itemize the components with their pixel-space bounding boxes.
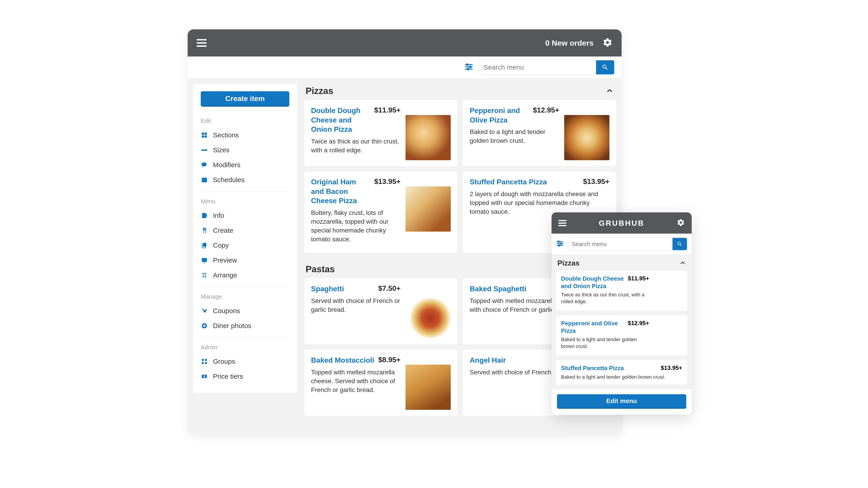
new-orders-label[interactable]: 0 New orders xyxy=(545,39,594,47)
sidebar-item-create[interactable]: Create xyxy=(201,223,289,238)
menu-item-title: Double Dough Cheese and Onion Pizza xyxy=(561,275,625,290)
sidebar-item-label: Schedules xyxy=(213,176,245,184)
sidebar-item-copy[interactable]: Copy xyxy=(201,238,289,253)
gear-icon[interactable] xyxy=(602,37,613,48)
menu-card[interactable]: Double Dough Cheese and Onion Pizza $11.… xyxy=(304,100,458,166)
sidebar-item-diner-photos[interactable]: Diner photos xyxy=(201,318,289,333)
menu-item-desc: 2 layers of dough with mozzarella cheese… xyxy=(470,190,610,216)
svg-rect-12 xyxy=(204,149,205,150)
mobile-footer: Edit menu xyxy=(552,389,692,415)
schedules-icon xyxy=(201,176,208,183)
search-button[interactable] xyxy=(673,238,687,250)
svg-rect-8 xyxy=(202,135,204,138)
menu-item-image xyxy=(653,277,682,306)
svg-rect-29 xyxy=(205,362,207,364)
svg-rect-28 xyxy=(202,362,204,364)
sidebar-item-label: Groups xyxy=(213,358,235,365)
sections-icon xyxy=(201,132,208,138)
section-header-pizzas: Pizzas xyxy=(304,85,616,100)
svg-point-33 xyxy=(558,241,559,242)
menu-item-title: Double Dough Cheese and Onion Pizza xyxy=(311,106,370,134)
svg-rect-27 xyxy=(205,359,207,361)
sidebar-item-schedules[interactable]: Schedules xyxy=(201,172,289,187)
menu-item-desc: Baked to a light and tender golden brown… xyxy=(561,374,682,381)
svg-rect-22 xyxy=(202,258,207,262)
edit-menu-button[interactable]: Edit menu xyxy=(557,394,686,408)
sidebar-item-label: Modifiers xyxy=(213,161,241,169)
sidebar-item-modifiers[interactable]: Modifiers xyxy=(201,158,289,172)
menu-item-desc: Twice as thick as our thin crust, with a… xyxy=(561,291,649,305)
sidebar-item-coupons[interactable]: Coupons xyxy=(201,303,289,318)
menu-item-desc: Buttery, flaky crust, lots of mozzarella… xyxy=(311,208,401,244)
menu-item-desc: Topped with melted mozarella cheese. Ser… xyxy=(311,368,401,394)
side-group-label-manage: Manage xyxy=(201,293,289,300)
sidebar-item-info[interactable]: Info xyxy=(201,208,289,223)
brand-logo: GRUBHUB xyxy=(599,219,645,228)
menu-item-price: $7.50+ xyxy=(378,284,401,293)
svg-rect-18 xyxy=(202,213,206,218)
chevron-up-icon[interactable] xyxy=(680,260,686,267)
svg-point-25 xyxy=(203,325,206,327)
mobile-topbar: GRUBHUB xyxy=(552,213,692,234)
svg-text:$: $ xyxy=(204,375,205,378)
hamburger-icon[interactable] xyxy=(558,220,566,226)
search-input[interactable] xyxy=(568,238,673,250)
menu-item-price: $13.95+ xyxy=(374,177,401,186)
menu-card[interactable]: Spaghetti $7.50+ Served with choice of F… xyxy=(304,278,458,344)
svg-rect-7 xyxy=(205,133,207,135)
sidebar-item-arrange[interactable]: Arrange xyxy=(201,268,289,283)
chevron-up-icon[interactable] xyxy=(606,87,614,95)
menu-card[interactable]: Double Dough Cheese and Onion Pizza $11.… xyxy=(556,270,687,311)
gear-icon[interactable] xyxy=(677,219,685,228)
menu-card[interactable]: Baked Mostaccioli $8.95+ Topped with mel… xyxy=(304,350,458,416)
sidebar-item-sizes[interactable]: Sizes xyxy=(201,142,289,158)
filter-icon[interactable] xyxy=(464,62,473,72)
menu-card[interactable]: Stuffed Pancetta Pizza $13.95+ Baked to … xyxy=(556,360,687,385)
groups-icon xyxy=(201,358,208,365)
copy-icon xyxy=(201,242,208,249)
svg-rect-15 xyxy=(202,178,207,179)
mobile-search-row xyxy=(552,234,692,254)
svg-rect-20 xyxy=(203,243,206,247)
sidebar-item-label: Copy xyxy=(213,241,229,249)
search-button[interactable] xyxy=(596,60,614,74)
menu-item-title: Pepperoni and Olive Pizza xyxy=(561,320,625,334)
sidebar-item-preview[interactable]: Preview xyxy=(201,253,289,268)
create-item-button[interactable]: Create item xyxy=(201,91,289,106)
menu-item-image xyxy=(564,115,610,160)
search-input[interactable] xyxy=(479,60,596,74)
sidebar-item-sections[interactable]: Sections xyxy=(201,128,289,142)
menu-item-title: Original Ham and Bacon Cheese Pizza xyxy=(311,177,370,205)
menu-item-image xyxy=(405,186,451,232)
menu-card[interactable]: Original Ham and Bacon Cheese Pizza $13.… xyxy=(304,171,458,253)
menu-item-price: $11.95+ xyxy=(628,275,649,282)
mobile-app-window: GRUBHUB Pizzas xyxy=(552,213,692,415)
sidebar-item-label: Coupons xyxy=(213,307,240,315)
menu-item-title: Stuffed Pancetta Pizza xyxy=(561,364,624,372)
filter-icon[interactable] xyxy=(556,240,564,248)
sidebar: Create item Edit Sections Sizes Modifier… xyxy=(193,85,297,393)
sidebar-item-price-tiers[interactable]: $ Price tiers xyxy=(201,369,289,384)
menu-item-image xyxy=(405,365,451,410)
menu-card[interactable]: Pepperoni and Olive Pizza $12.95+ Baked … xyxy=(556,315,687,355)
side-group-label-edit: Edit xyxy=(201,118,289,125)
sidebar-item-label: Create xyxy=(213,227,233,234)
search-group xyxy=(479,60,614,74)
menu-item-price: $11.95+ xyxy=(374,106,401,114)
menu-item-desc: Baked to a light and tender golden brown… xyxy=(470,127,559,145)
sidebar-item-groups[interactable]: Groups xyxy=(201,354,289,369)
menu-item-image xyxy=(405,293,451,338)
menu-item-title: Pepperoni and Olive Pizza xyxy=(470,106,529,125)
mobile-section-header: Pizzas xyxy=(552,254,692,270)
svg-rect-11 xyxy=(203,149,204,150)
svg-rect-19 xyxy=(206,214,207,217)
menu-card[interactable]: Pepperoni and Olive Pizza $12.95+ Baked … xyxy=(463,100,616,166)
sizes-icon xyxy=(201,147,208,153)
preview-icon xyxy=(201,257,208,264)
search-toolbar xyxy=(188,57,622,78)
menu-item-title: Angel Hair xyxy=(470,356,506,365)
hamburger-icon[interactable] xyxy=(197,39,207,47)
menu-item-desc: Served with choice of French or garlic b… xyxy=(311,296,401,314)
svg-rect-26 xyxy=(202,359,204,361)
side-group-label-admin: Admin xyxy=(201,344,289,351)
